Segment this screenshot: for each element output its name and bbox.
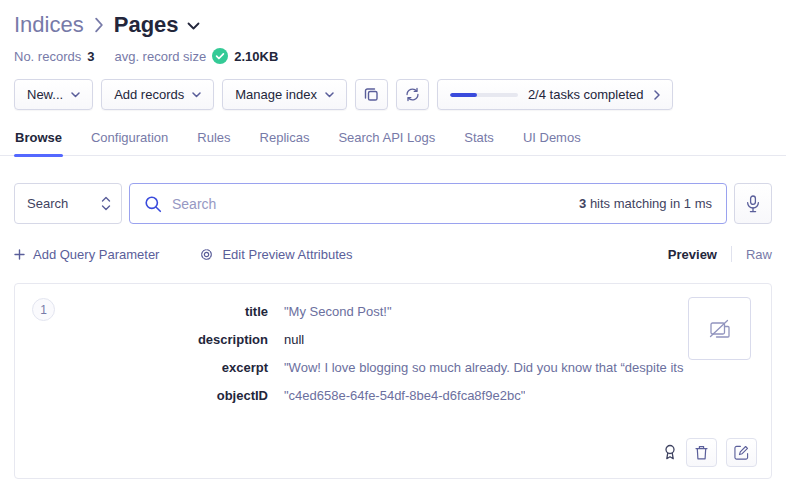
search-mode-select[interactable]: Search — [14, 183, 122, 224]
tab-configuration[interactable]: Configuration — [90, 124, 169, 155]
refresh-icon — [405, 87, 420, 102]
chevron-right-icon — [654, 90, 660, 100]
tasks-progress-fill — [450, 93, 477, 97]
voice-search-button[interactable] — [734, 183, 772, 224]
view-toggle: Preview Raw — [668, 246, 772, 262]
tab-rules[interactable]: Rules — [196, 124, 231, 155]
chevron-up-down-icon — [101, 196, 111, 211]
raw-view-button[interactable]: Raw — [746, 247, 772, 262]
field-value: "c4ed658e-64fe-54df-8be4-d6fca8f9e2bc" — [284, 388, 525, 403]
tab-stats[interactable]: Stats — [463, 124, 495, 155]
search-row: Search 3 hits matching in 1 ms — [14, 183, 772, 224]
add-query-parameter-label: Add Query Parameter — [33, 247, 159, 262]
add-records-dropdown-button[interactable]: Add records — [101, 79, 214, 110]
tab-search-api-logs[interactable]: Search API Logs — [337, 124, 436, 155]
breadcrumb-current-index[interactable]: Pages — [114, 12, 179, 38]
new-dropdown-button[interactable]: New... — [14, 79, 93, 110]
field-row-description: description null — [15, 332, 771, 347]
magnifier-icon — [144, 195, 162, 213]
view-toggle-divider — [731, 246, 732, 262]
field-row-objectid: objectID "c4ed658e-64fe-54df-8be4-d6fca8… — [15, 388, 771, 403]
add-query-parameter-button[interactable]: Add Query Parameter — [14, 247, 159, 262]
index-switcher-chevron-down-icon[interactable] — [187, 22, 200, 31]
record-actions — [663, 438, 757, 467]
copy-icon — [364, 87, 379, 102]
search-mode-label: Search — [27, 196, 68, 211]
record-size-value: 2.10KB — [234, 49, 278, 64]
plus-icon — [14, 249, 25, 260]
refresh-button[interactable] — [396, 79, 429, 110]
index-browse-page: Indices Pages No. records 3 avg. record … — [0, 0, 786, 479]
field-row-title: title "My Second Post!" — [15, 304, 771, 319]
chevron-down-icon — [71, 92, 80, 98]
manage-index-dropdown-button[interactable]: Manage index — [222, 79, 347, 110]
query-parameter-bar: Add Query Parameter Edit Preview Attribu… — [14, 246, 772, 262]
breadcrumb-indices-link[interactable]: Indices — [14, 12, 84, 38]
copy-index-button[interactable] — [355, 79, 388, 110]
index-tabs: Browse Configuration Rules Replicas Sear… — [0, 124, 786, 156]
record-index-badge: 1 — [32, 298, 55, 321]
field-name: description — [15, 332, 268, 347]
microphone-icon — [746, 195, 760, 213]
check-circle-icon — [212, 48, 228, 64]
add-records-button-label: Add records — [114, 87, 184, 102]
hits-count-rest: hits matching in 1 ms — [586, 196, 712, 211]
chevron-down-icon — [325, 92, 334, 98]
edit-record-button[interactable] — [726, 438, 757, 467]
tasks-progress-track — [450, 93, 518, 97]
index-toolbar: New... Add records Manage index — [14, 79, 772, 110]
index-stats: No. records 3 avg. record size 2.10KB — [14, 48, 772, 64]
field-name: excerpt — [15, 360, 268, 375]
search-input[interactable] — [172, 196, 569, 212]
chevron-right-icon — [94, 17, 104, 33]
edit-preview-attributes-label: Edit Preview Attributes — [222, 247, 352, 262]
manage-index-button-label: Manage index — [235, 87, 317, 102]
tab-ui-demos[interactable]: UI Demos — [522, 124, 582, 155]
records-value: 3 — [87, 49, 94, 64]
trash-icon — [695, 445, 708, 460]
record-size-label: avg. record size — [114, 49, 206, 64]
breadcrumb: Indices Pages — [14, 10, 772, 40]
gear-icon — [199, 247, 214, 262]
new-button-label: New... — [27, 87, 63, 102]
chevron-down-icon — [192, 92, 201, 98]
image-off-icon — [707, 317, 733, 341]
record-image-placeholder — [688, 297, 751, 360]
record-fields: title "My Second Post!" description null… — [15, 284, 771, 403]
edit-icon — [734, 445, 749, 460]
field-row-excerpt: excerpt "Wow! I love blogging so much al… — [15, 360, 771, 375]
record-card: 1 title "My Second Post!" description nu… — [14, 283, 772, 479]
tasks-progress-label: 2/4 tasks completed — [528, 87, 644, 102]
tasks-progress-button[interactable]: 2/4 tasks completed — [437, 79, 673, 110]
field-value: "My Second Post!" — [284, 304, 392, 319]
tab-replicas[interactable]: Replicas — [259, 124, 311, 155]
edit-preview-attributes-button[interactable]: Edit Preview Attributes — [199, 247, 352, 262]
preview-view-button[interactable]: Preview — [668, 247, 717, 262]
tab-browse[interactable]: Browse — [14, 124, 63, 155]
field-value: null — [284, 332, 304, 347]
field-name: objectID — [15, 388, 268, 403]
ribbon-icon[interactable] — [663, 444, 677, 462]
field-value: "Wow! I love blogging so much already. D… — [284, 360, 684, 375]
delete-record-button[interactable] — [686, 438, 717, 467]
search-input-container: 3 hits matching in 1 ms — [129, 183, 727, 224]
hits-count-text: 3 hits matching in 1 ms — [579, 196, 712, 211]
records-label: No. records — [14, 49, 81, 64]
